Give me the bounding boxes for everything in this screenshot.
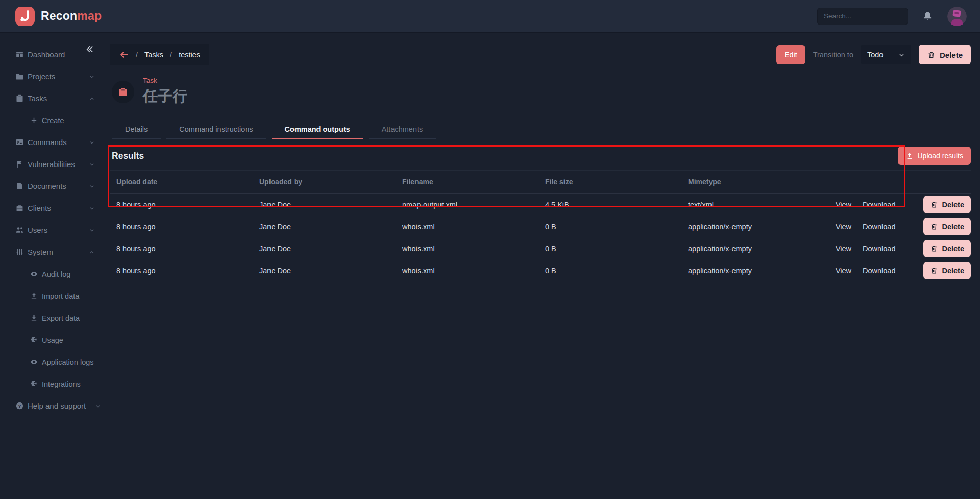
breadcrumb-tasks-link[interactable]: Tasks [144,51,163,59]
sidebar-item-help-and-support[interactable]: ? Help and support [0,395,105,417]
chevron-down-icon [88,227,95,234]
task-type-badge [112,81,134,103]
status-select[interactable]: Todo [861,45,911,64]
sidebar-collapse-icon[interactable] [85,44,94,54]
clipboard-icon [15,94,24,103]
cell-upload-date: 8 hours ago [110,201,253,209]
chevron-down-icon [898,52,905,58]
cell-file-size: 0 B [538,267,681,275]
breadcrumb: / Tasks / testies [110,44,209,65]
user-avatar[interactable] [947,7,967,26]
tab-command-outputs[interactable]: Command outputs [272,121,363,139]
command-outputs-table: Upload date Uploaded by Filename File si… [110,170,971,281]
puzzle-icon [30,336,38,344]
column-header-upload-date: Upload date [110,178,253,186]
cell-file-size: 0 B [538,245,681,253]
chevron-down-icon [94,402,102,410]
terminal-icon [15,138,24,147]
view-link[interactable]: View [824,245,863,253]
brand-recon: Recon [41,9,77,22]
download-link[interactable]: Download [863,245,914,253]
folder-icon [15,72,24,81]
breadcrumb-separator: / [136,51,138,59]
delete-row-label: Delete [942,223,964,231]
transition-to-label: Transition to [813,51,853,59]
delete-row-label: Delete [942,201,964,209]
delete-task-label: Delete [940,51,963,59]
download-link[interactable]: Download [863,223,914,231]
sidebar-item-label: Import data [42,292,79,300]
view-link[interactable]: View [824,201,863,209]
sidebar-item-system[interactable]: System [0,241,105,263]
sidebar-item-vulnerabilities[interactable]: Vulnerabilities [0,153,105,175]
sidebar-item-label: Create [42,116,64,125]
sidebar-item-documents[interactable]: Documents [0,175,105,197]
cell-mimetype: application/x-empty [681,245,824,253]
cell-filename: nmap-output.xml [396,201,538,209]
sidebar-item-import-data[interactable]: Import data [0,285,105,307]
tab-details[interactable]: Details [112,121,161,139]
notifications-bell-icon[interactable] [922,11,933,21]
sidebar-item-label: Dashboard [28,50,65,59]
sidebar-item-label: Usage [42,336,63,344]
sidebar-item-integrations[interactable]: Integrations [0,373,105,395]
cell-mimetype: text/xml [681,201,824,209]
sidebar-item-export-data[interactable]: Export data [0,307,105,329]
trash-icon [930,245,938,253]
search-input[interactable] [817,8,908,25]
cell-filename: whois.xml [396,267,538,275]
sidebar: Dashboard Projects Tasks Create Commands… [0,33,105,498]
cell-mimetype: application/x-empty [681,267,824,275]
download-link[interactable]: Download [863,201,914,209]
back-arrow-icon[interactable] [119,50,129,60]
delete-row-button[interactable]: Delete [923,262,971,279]
sidebar-item-create-task[interactable]: Create [0,109,105,131]
main-content: / Tasks / testies Edit Transition to Tod… [105,33,980,498]
delete-row-button[interactable]: Delete [923,240,971,257]
reconmap-logo-icon [15,7,35,26]
users-icon [15,226,24,234]
table-row: 8 hours ago Jane Doe whois.xml 0 B appli… [110,259,971,281]
tab-attachments[interactable]: Attachments [369,121,436,139]
column-header-file-size: File size [538,178,681,186]
delete-row-button[interactable]: Delete [923,196,971,213]
sidebar-item-clients[interactable]: Clients [0,197,105,219]
sidebar-item-label: Documents [28,182,66,191]
cell-mimetype: application/x-empty [681,223,824,231]
sidebar-item-commands[interactable]: Commands [0,131,105,153]
sidebar-item-label: Vulnerabilities [28,160,75,169]
chevron-down-icon [88,161,95,168]
breadcrumb-separator: / [170,51,172,59]
sidebar-item-label: Projects [28,72,55,81]
cell-filename: whois.xml [396,245,538,253]
cell-upload-date: 8 hours ago [110,245,253,253]
sidebar-item-projects[interactable]: Projects [0,65,105,87]
delete-task-button[interactable]: Delete [919,45,971,64]
sidebar-item-audit-log[interactable]: Audit log [0,263,105,285]
view-link[interactable]: View [824,267,863,275]
table-header-row: Upload date Uploaded by Filename File si… [110,170,971,194]
edit-button[interactable]: Edit [776,45,805,64]
sidebar-item-tasks[interactable]: Tasks [0,87,105,109]
tab-command-instructions[interactable]: Command instructions [166,121,266,139]
chevron-up-icon [88,95,95,102]
sidebar-item-users[interactable]: Users [0,219,105,241]
sidebar-item-label: System [28,248,53,256]
upload-results-button[interactable]: Upload results [898,147,971,165]
eye-icon [30,270,38,278]
sidebar-item-label: Audit log [42,270,70,278]
delete-row-button[interactable]: Delete [923,218,971,235]
sidebar-item-application-logs[interactable]: Application logs [0,351,105,373]
chevron-down-icon [88,73,95,80]
upload-icon [30,292,38,300]
sidebar-item-usage[interactable]: Usage [0,329,105,351]
column-header-uploaded-by: Uploaded by [253,178,396,186]
clipboard-icon [118,87,128,97]
results-section: Results Upload results Upload date Uploa… [110,147,971,281]
cell-file-size: 4.5 KiB [538,201,681,209]
download-link[interactable]: Download [863,267,914,275]
app-logo[interactable]: Reconmap [15,7,102,26]
breadcrumb-current: testies [179,51,200,59]
eye-icon [30,358,38,366]
view-link[interactable]: View [824,223,863,231]
